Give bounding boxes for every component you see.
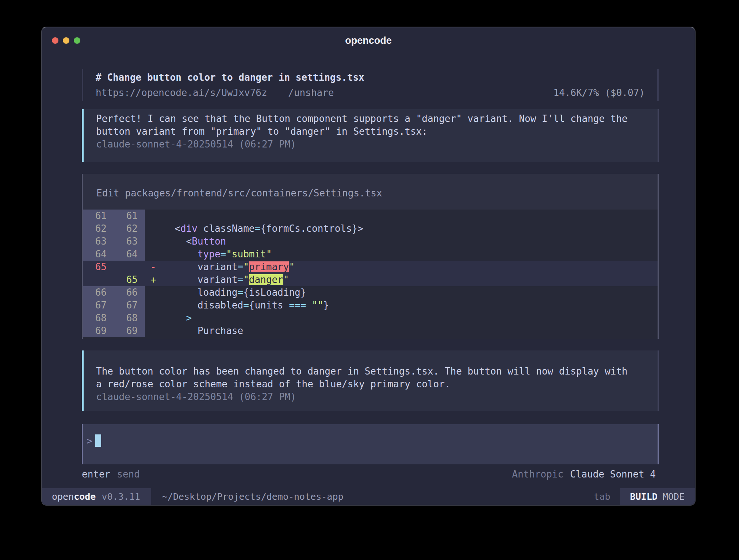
edit-tool-card: Edit packages/frontend/src/containers/Se… xyxy=(82,174,659,339)
session-header: # Change button color to danger in setti… xyxy=(82,69,659,101)
send-label: send xyxy=(117,469,140,480)
diff-row: 6767 disabled={units === ""} xyxy=(83,299,658,312)
code-segment: "" xyxy=(312,300,323,311)
code-segment: type xyxy=(198,249,221,260)
diff-change-marker xyxy=(145,286,163,299)
diff-old-line-number: 62 xyxy=(83,222,114,235)
diff-old-line-number: 64 xyxy=(83,248,114,261)
zoom-button[interactable] xyxy=(74,37,80,44)
unshare-link[interactable]: /unshare xyxy=(288,87,334,98)
code-segment: = xyxy=(238,261,244,272)
diff-new-line-number: 64 xyxy=(114,248,145,261)
diff-code-line: <div className={formCs.controls}> xyxy=(163,222,658,235)
code-segment: danger xyxy=(249,274,283,285)
app-name-regular: open xyxy=(52,491,74,502)
diff-old-line-number: 68 xyxy=(83,312,114,325)
code-segment: className xyxy=(198,223,255,234)
code-segment: = xyxy=(243,300,249,311)
diff-row: 65+ variant="danger" xyxy=(83,273,658,286)
message-meta: claude-sonnet-4-20250514 (06:27 PM) xyxy=(96,138,644,151)
send-hint: entersend xyxy=(82,469,140,480)
diff-new-line-number: 66 xyxy=(114,286,145,299)
diff-new-line-number: 65 xyxy=(114,273,145,286)
code-segment: " xyxy=(243,261,249,272)
code-segment: {formCs.controls}> xyxy=(260,223,363,234)
code-segment: " xyxy=(289,261,295,272)
prompt-input[interactable]: > xyxy=(82,424,659,464)
code-segment: = xyxy=(221,249,226,260)
diff-row: 6666 loading={isLoading} xyxy=(83,286,658,299)
tab-key-hint[interactable]: tab xyxy=(594,488,610,505)
code-segment: div xyxy=(180,223,198,234)
code-segment: {isLoading} xyxy=(243,287,306,298)
enter-key-hint: enter xyxy=(82,469,110,480)
text-cursor xyxy=(95,434,101,447)
code-segment: variant xyxy=(163,261,238,272)
prompt-symbol: > xyxy=(87,436,92,446)
code-segment: "submit" xyxy=(226,249,272,260)
diff-new-line-number: 68 xyxy=(114,312,145,325)
diff-change-marker xyxy=(145,235,163,248)
mode-name: BUILD xyxy=(630,491,658,502)
code-segment: Button xyxy=(192,236,226,247)
diff-old-line-number: 65 xyxy=(83,261,114,273)
code-segment: disabled xyxy=(163,300,243,311)
diff-change-marker xyxy=(145,210,163,222)
close-button[interactable] xyxy=(52,37,58,44)
code-segment: > xyxy=(163,312,192,323)
code-segment: < xyxy=(163,236,192,247)
diff-new-line-number: 69 xyxy=(114,325,145,337)
diff-change-marker: - xyxy=(145,261,163,273)
traffic-lights xyxy=(52,27,80,54)
diff-new-line-number: 63 xyxy=(114,235,145,248)
share-url-link[interactable]: https://opencode.ai/s/UwJxv76z xyxy=(96,87,267,98)
diff-code-line: variant="danger" xyxy=(163,273,658,286)
diff-code-line: Purchase xyxy=(163,325,658,337)
diff-code-line: disabled={units === ""} xyxy=(163,299,658,312)
status-spacer xyxy=(344,488,594,505)
terminal-window: opencode # Change button color to danger… xyxy=(41,27,696,506)
diff-rows: 61616262 <div className={formCs.controls… xyxy=(83,210,658,339)
edit-tool-title: Edit packages/frontend/src/containers/Se… xyxy=(83,174,658,210)
code-segment: = xyxy=(238,287,244,298)
diff-old-line-number: 63 xyxy=(83,235,114,248)
message-meta: claude-sonnet-4-20250514 (06:27 PM) xyxy=(96,391,644,403)
diff-old-line-number: 69 xyxy=(83,325,114,337)
message-text-line: a red/rose color scheme instead of the b… xyxy=(96,378,644,391)
diff-old-line-number: 67 xyxy=(83,299,114,312)
code-segment: = xyxy=(254,223,260,234)
diff-old-line-number: 66 xyxy=(83,286,114,299)
code-segment xyxy=(163,249,198,260)
mode-suffix: MODE xyxy=(663,491,685,502)
diff-old-line-number xyxy=(83,273,114,286)
code-segment: primary xyxy=(249,261,289,272)
app-version: v0.3.11 xyxy=(102,491,140,502)
hint-row: entersend AnthropicClaude Sonnet 4 xyxy=(82,469,659,480)
diff-code-line: > xyxy=(163,312,658,325)
code-segment: " xyxy=(283,274,289,285)
code-segment: variant xyxy=(163,274,238,285)
code-segment: loading xyxy=(163,287,238,298)
diff-change-marker: + xyxy=(145,273,163,286)
message-text-line: button variant from "primary" to "danger… xyxy=(96,125,644,138)
minimize-button[interactable] xyxy=(63,37,69,44)
code-segment: === xyxy=(289,300,306,311)
diff-row: 6464 type="submit" xyxy=(83,248,658,261)
diff-row: 6363 <Button xyxy=(83,235,658,248)
status-bar: opencodev0.3.11 ~/Desktop/Projects/demo-… xyxy=(42,488,695,505)
app-name-bold: code xyxy=(74,491,96,502)
diff-row: 65- variant="primary" xyxy=(83,261,658,273)
diff-new-line-number xyxy=(114,261,145,273)
diff-new-line-number: 62 xyxy=(114,222,145,235)
code-segment: } xyxy=(323,300,329,311)
message-text-line: Perfect! I can see that the Button compo… xyxy=(96,112,644,125)
session-title: # Change button color to danger in setti… xyxy=(96,70,645,85)
diff-new-line-number: 61 xyxy=(114,210,145,222)
diff-change-marker xyxy=(145,222,163,235)
code-segment: < xyxy=(163,223,180,234)
assistant-message: The button color has been changed to dan… xyxy=(82,350,659,411)
diff-code-line: <Button xyxy=(163,235,658,248)
diff-change-marker xyxy=(145,312,163,325)
code-segment xyxy=(306,300,312,311)
model-hint: AnthropicClaude Sonnet 4 xyxy=(512,469,656,480)
